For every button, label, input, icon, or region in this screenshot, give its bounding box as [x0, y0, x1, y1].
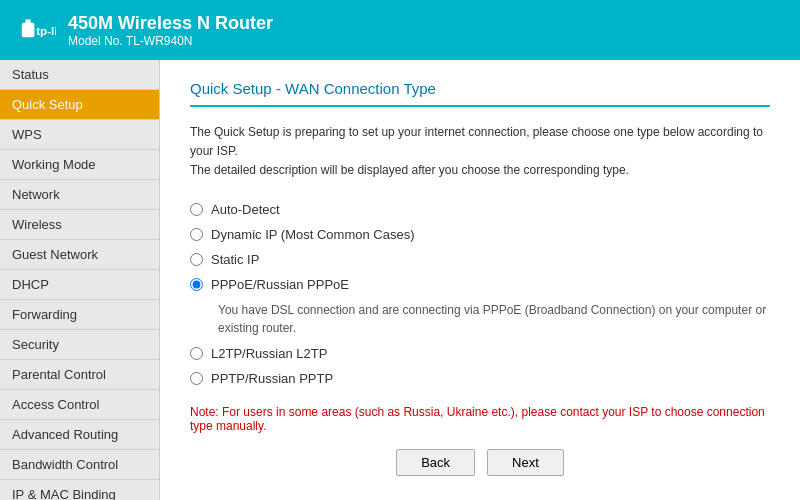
header-title: 450M Wireless N Router Model No. TL-WR94…: [68, 13, 273, 48]
svg-rect-0: [22, 23, 35, 37]
sidebar-item-wireless[interactable]: Wireless: [0, 210, 159, 240]
svg-text:tp-link: tp-link: [36, 24, 56, 37]
model-number: Model No. TL-WR940N: [68, 34, 273, 48]
radio-pptp[interactable]: [190, 372, 203, 385]
logo-area: tp-link 450M Wireless N Router Model No.…: [20, 12, 273, 48]
sidebar-item-advanced-routing[interactable]: Advanced Routing: [0, 420, 159, 450]
option-row-auto-detect: Auto-Detect: [190, 197, 770, 222]
note-text: Note: For users in some areas (such as R…: [190, 405, 770, 433]
sidebar-item-forwarding[interactable]: Forwarding: [0, 300, 159, 330]
sidebar-item-dhcp[interactable]: DHCP: [0, 270, 159, 300]
option-row-pppoe: PPPoE/Russian PPPoE: [190, 272, 770, 297]
next-button[interactable]: Next: [487, 449, 564, 476]
connection-type-options: Auto-DetectDynamic IP (Most Common Cases…: [190, 197, 770, 391]
radio-l2tp[interactable]: [190, 347, 203, 360]
option-row-dynamic-ip: Dynamic IP (Most Common Cases): [190, 222, 770, 247]
option-row-static-ip: Static IP: [190, 247, 770, 272]
option-label-static-ip: Static IP: [211, 252, 259, 267]
header: tp-link 450M Wireless N Router Model No.…: [0, 0, 800, 60]
option-label-pptp: PPTP/Russian PPTP: [211, 371, 333, 386]
option-label-dynamic-ip: Dynamic IP (Most Common Cases): [211, 227, 414, 242]
sidebar-item-status[interactable]: Status: [0, 60, 159, 90]
page-title: Quick Setup - WAN Connection Type: [190, 80, 770, 107]
sidebar-item-quick-setup[interactable]: Quick Setup: [0, 90, 159, 120]
sidebar-item-ip-mac-binding[interactable]: IP & MAC Binding: [0, 480, 159, 500]
option-label-l2tp: L2TP/Russian L2TP: [211, 346, 327, 361]
button-row: Back Next: [190, 449, 770, 476]
svg-rect-1: [25, 19, 28, 24]
main-content: Quick Setup - WAN Connection Type The Qu…: [160, 60, 800, 500]
sidebar-item-bandwidth-control[interactable]: Bandwidth Control: [0, 450, 159, 480]
layout: StatusQuick SetupWPSWorking ModeNetworkW…: [0, 60, 800, 500]
tp-link-logo: tp-link: [20, 12, 56, 48]
svg-rect-2: [28, 19, 31, 24]
sidebar-item-guest-network[interactable]: Guest Network: [0, 240, 159, 270]
option-row-l2tp: L2TP/Russian L2TP: [190, 341, 770, 366]
sidebar-item-access-control[interactable]: Access Control: [0, 390, 159, 420]
option-label-auto-detect: Auto-Detect: [211, 202, 280, 217]
radio-static-ip[interactable]: [190, 253, 203, 266]
option-note-pppoe: You have DSL connection and are connecti…: [218, 301, 770, 337]
sidebar: StatusQuick SetupWPSWorking ModeNetworkW…: [0, 60, 160, 500]
radio-pppoe[interactable]: [190, 278, 203, 291]
sidebar-item-network[interactable]: Network: [0, 180, 159, 210]
description-line2: The detailed description will be display…: [190, 163, 629, 177]
tp-link-logo-icon: tp-link: [20, 12, 56, 48]
radio-auto-detect[interactable]: [190, 203, 203, 216]
sidebar-item-wps[interactable]: WPS: [0, 120, 159, 150]
sidebar-item-working-mode[interactable]: Working Mode: [0, 150, 159, 180]
option-row-pptp: PPTP/Russian PPTP: [190, 366, 770, 391]
sidebar-item-parental-control[interactable]: Parental Control: [0, 360, 159, 390]
radio-dynamic-ip[interactable]: [190, 228, 203, 241]
product-name: 450M Wireless N Router: [68, 13, 273, 34]
description-line1: The Quick Setup is preparing to set up y…: [190, 125, 763, 158]
option-label-pppoe: PPPoE/Russian PPPoE: [211, 277, 349, 292]
back-button[interactable]: Back: [396, 449, 475, 476]
description: The Quick Setup is preparing to set up y…: [190, 123, 770, 181]
sidebar-item-security[interactable]: Security: [0, 330, 159, 360]
